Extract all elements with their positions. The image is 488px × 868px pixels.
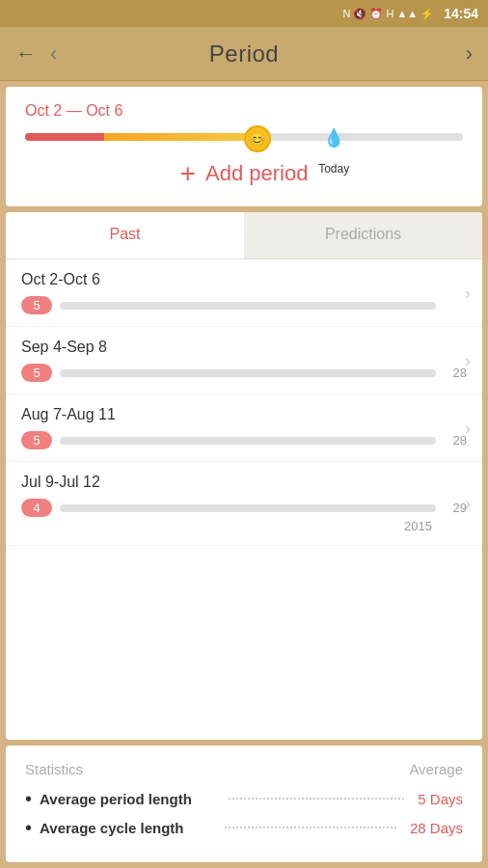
add-period-plus-icon: +: [180, 160, 196, 187]
progress-red-segment: [25, 133, 104, 141]
period-list: Oct 2-Oct 6 5 › Sep 4-Sep 8 5 28 ›: [6, 259, 482, 546]
dots-divider: [225, 827, 396, 828]
period-days: 28: [444, 433, 467, 448]
table-row[interactable]: Sep 4-Sep 8 5 28 ›: [6, 327, 482, 394]
period-item-bar-row: 5: [21, 296, 467, 314]
signal-icon: ▲▲: [396, 8, 418, 19]
table-row[interactable]: Jul 9-Jul 12 4 29 › 2015: [6, 462, 482, 546]
period-bar: [60, 504, 436, 512]
period-progress: 😊 💧 Today: [25, 133, 463, 141]
statistics-card: Statistics Average • Average period leng…: [6, 746, 482, 862]
battery-icon: ⚡: [420, 8, 434, 20]
status-bar: N 🔇 ⏰ H ▲▲ ⚡ 14:54: [0, 0, 488, 27]
h-icon: H: [386, 8, 393, 19]
status-icons: N 🔇 ⏰ H ▲▲ ⚡: [343, 8, 435, 20]
main-content: Oct 2 — Oct 6 😊 💧 Today + Add period Pas…: [0, 81, 488, 868]
period-days: 29: [444, 501, 467, 515]
network-icon: N: [343, 8, 351, 19]
chevron-right-icon: ›: [465, 418, 471, 438]
next-nav-icon[interactable]: ›: [466, 41, 473, 67]
year-label: 2015: [21, 519, 467, 533]
period-range: Oct 2 — Oct 6: [25, 102, 463, 120]
stats-row-cycle: • Average cycle length 28 Days: [25, 818, 463, 837]
period-bar: [60, 369, 436, 377]
stats-header: Statistics Average: [25, 761, 463, 777]
page-title: Period: [209, 41, 279, 68]
status-time: 14:54: [444, 6, 478, 21]
add-period-label: Add period: [205, 161, 308, 186]
period-item-title: Aug 7-Aug 11: [21, 406, 467, 423]
mute-icon: 🔇: [353, 8, 366, 20]
cycle-length-value: 28 Days: [410, 820, 463, 836]
table-row[interactable]: Oct 2-Oct 6 5 ›: [6, 259, 482, 327]
progress-emoji: 😊: [244, 125, 271, 152]
back-button[interactable]: ←: [15, 41, 37, 67]
period-bar: [60, 437, 436, 445]
period-item-title: Jul 9-Jul 12: [21, 474, 467, 491]
chevron-right-icon: ›: [465, 494, 471, 514]
bullet-icon: •: [25, 789, 32, 808]
today-label: Today: [318, 162, 349, 176]
bullet-icon: •: [25, 818, 32, 837]
progress-orange-segment: [104, 133, 258, 141]
list-card: Past Predictions Oct 2-Oct 6 5 › Sep 4-S…: [6, 212, 482, 740]
app-header: ← ‹ Period ›: [0, 27, 488, 81]
period-bar: [60, 302, 436, 310]
stats-average-label: Average: [409, 761, 463, 777]
period-badge: 5: [21, 296, 52, 314]
today-marker: 💧 Today: [318, 129, 349, 176]
stats-row-period: • Average period length 5 Days: [25, 789, 463, 808]
stats-title: Statistics: [25, 761, 83, 777]
period-item-bar-row: 4 29: [21, 499, 467, 517]
period-item-bar-row: 5 28: [21, 431, 467, 449]
chevron-right-icon: ›: [465, 283, 471, 303]
alarm-icon: ⏰: [369, 8, 383, 20]
prev-nav-icon[interactable]: ‹: [50, 41, 57, 67]
period-item-bar-row: 5 28: [21, 364, 467, 382]
cycle-length-label: Average cycle length: [40, 820, 211, 836]
period-item-title: Oct 2-Oct 6: [21, 271, 467, 288]
dots-divider: [229, 798, 404, 800]
period-badge: 4: [21, 499, 52, 517]
progress-track: 😊: [25, 133, 463, 141]
add-period-button[interactable]: + Add period: [25, 160, 463, 187]
period-item-title: Sep 4-Sep 8: [21, 339, 467, 356]
period-card: Oct 2 — Oct 6 😊 💧 Today + Add period: [6, 87, 482, 206]
tab-past[interactable]: Past: [6, 212, 244, 258]
table-row[interactable]: Aug 7-Aug 11 5 28 ›: [6, 394, 482, 462]
chevron-right-icon: ›: [465, 350, 471, 370]
tabs: Past Predictions: [6, 212, 482, 259]
today-drop-icon: 💧: [323, 129, 344, 147]
period-badge: 5: [21, 364, 52, 382]
period-days: 28: [444, 366, 467, 380]
tab-predictions[interactable]: Predictions: [244, 212, 482, 258]
period-length-value: 5 Days: [418, 791, 463, 807]
period-badge: 5: [21, 431, 52, 449]
period-length-label: Average period length: [40, 791, 215, 807]
